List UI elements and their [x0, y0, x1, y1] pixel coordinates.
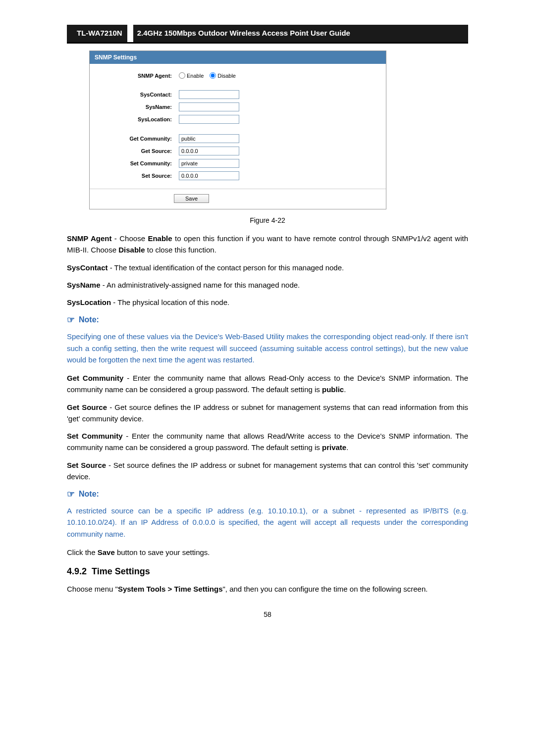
label-setsource: Set Source: — [95, 172, 179, 180]
document-header: TL-WA7210N 2.4GHz 150Mbps Outdoor Wirele… — [67, 25, 468, 44]
row-getcommunity: Get Community: — [95, 134, 381, 143]
row-sysname: SysName: — [95, 102, 381, 111]
label-syscontact: SysContact: — [95, 91, 179, 99]
panel-body: SNMP Agent: Enable Disable SysContact: S… — [90, 64, 386, 190]
para-save: Click the Save button to save your setti… — [67, 547, 468, 558]
radio-enable[interactable] — [179, 72, 185, 79]
label-sysname: SysName: — [95, 103, 179, 111]
pointing-hand-icon: ☞ — [67, 490, 75, 499]
snmp-settings-screenshot: SNMP Settings SNMP Agent: Enable Disable… — [89, 50, 386, 210]
row-setsource: Set Source: — [95, 171, 381, 180]
note-label-1: Note: — [79, 314, 99, 326]
radio-disable-wrap[interactable]: Disable — [210, 72, 236, 80]
para-section-body: Choose menu "System Tools > Time Setting… — [67, 583, 468, 595]
label-setcommunity: Set Community: — [95, 159, 179, 168]
row-syslocation: SysLocation: — [95, 115, 381, 124]
note-body-2: A restricted source can be a specific IP… — [67, 505, 468, 540]
panel-footer: Save — [90, 189, 386, 209]
figure-caption: Figure 4-22 — [67, 215, 468, 226]
input-sysname[interactable] — [179, 102, 239, 111]
row-snmp-agent: SNMP Agent: Enable Disable — [95, 72, 381, 80]
page-number: 58 — [67, 609, 468, 620]
row-getsource: Get Source: — [95, 147, 381, 155]
note-label-2: Note: — [79, 488, 99, 500]
pointing-hand-icon: ☞ — [67, 315, 75, 324]
row-setcommunity: Set Community: — [95, 159, 381, 168]
save-button[interactable]: Save — [174, 194, 209, 203]
field-snmp-agent: Enable Disable — [179, 72, 381, 80]
label-snmp-agent: SNMP Agent: — [95, 72, 179, 80]
radio-enable-label: Enable — [187, 72, 204, 80]
radio-enable-wrap[interactable]: Enable — [179, 72, 204, 80]
para-setsource: Set Source - Set source defines the IP a… — [67, 459, 468, 483]
header-title: 2.4GHz 150Mbps Outdoor Wireless Access P… — [133, 25, 468, 42]
input-getsource[interactable] — [179, 147, 239, 155]
label-syslocation: SysLocation: — [95, 115, 179, 124]
note-body-1: Specifying one of these values via the D… — [67, 331, 468, 365]
input-getcommunity[interactable] — [179, 134, 239, 143]
header-model: TL-WA7210N — [67, 25, 127, 42]
input-setcommunity[interactable] — [179, 159, 239, 168]
header-gap — [127, 25, 133, 42]
para-sysname: SysName - An administratively-assigned n… — [67, 279, 468, 291]
input-syslocation[interactable] — [179, 115, 239, 124]
label-getsource: Get Source: — [95, 147, 179, 155]
section-heading: 4.9.2 Time Settings — [67, 565, 468, 578]
note-heading-2: ☞ Note: — [67, 488, 468, 500]
panel-title: SNMP Settings — [90, 51, 386, 64]
para-getcommunity: Get Community - Enter the community name… — [67, 372, 468, 396]
para-syslocation: SysLocation - The physical location of t… — [67, 297, 468, 308]
para-snmp-agent: SNMP Agent - Choose Enable to open this … — [67, 233, 468, 256]
input-syscontact[interactable] — [179, 90, 239, 99]
radio-disable-label: Disable — [217, 72, 236, 80]
row-syscontact: SysContact: — [95, 90, 381, 99]
para-getsource: Get Source - Get source defines the IP a… — [67, 402, 468, 425]
para-syscontact: SysContact - The textual identification … — [67, 262, 468, 273]
label-getcommunity: Get Community: — [95, 135, 179, 143]
input-setsource[interactable] — [179, 171, 239, 180]
radio-disable[interactable] — [210, 72, 216, 79]
para-setcommunity: Set Community - Enter the community name… — [67, 430, 468, 454]
note-heading-1: ☞ Note: — [67, 314, 468, 326]
